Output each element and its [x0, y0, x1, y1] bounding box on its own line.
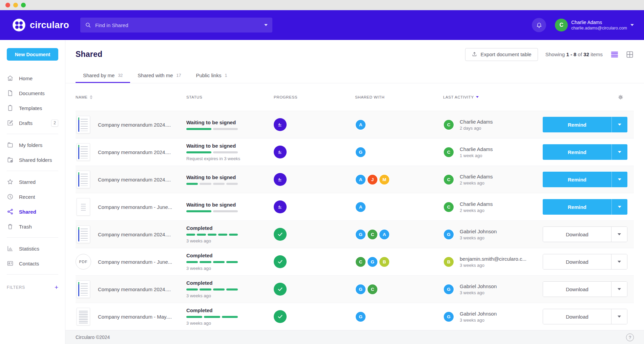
new-document-button[interactable]: New Document [7, 48, 58, 61]
download-button[interactable]: Download [543, 254, 611, 269]
download-button[interactable]: Download [543, 227, 611, 242]
activity-time: 3 weeks ago [460, 290, 497, 295]
action-dropdown-button[interactable] [611, 309, 627, 324]
signature-pending-icon [274, 173, 287, 186]
column-header-name[interactable]: NAME [76, 95, 186, 99]
action-dropdown-button[interactable] [611, 227, 627, 242]
action-dropdown-button[interactable] [611, 282, 627, 297]
user-menu[interactable]: C Charlie Adams charlie.adams@circularo.… [555, 19, 634, 31]
document-name[interactable]: Company memorandum 2024.... [98, 177, 171, 182]
document-name[interactable]: Company memorandum - June... [98, 259, 172, 265]
progress-segment [229, 234, 238, 236]
document-thumbnail [77, 308, 90, 325]
tab-shared-with-me[interactable]: Shared with me17 [130, 69, 188, 83]
sidebar-divider [7, 134, 58, 134]
sidebar-item-templates[interactable]: Templates [7, 101, 58, 115]
progress-segment [218, 234, 227, 236]
download-button[interactable]: Download [543, 309, 611, 324]
activity-avatar: G [443, 229, 454, 240]
shared-with-avatar: B [379, 256, 390, 267]
column-header-last-activity[interactable]: LAST ACTIVITY [443, 95, 543, 99]
status-label: Waiting to be signed [186, 120, 274, 125]
grid-view-toggle[interactable] [626, 50, 634, 59]
window-close-button[interactable] [5, 3, 10, 7]
status-label: Completed [186, 225, 274, 231]
sidebar-item-home[interactable]: Home [7, 71, 58, 86]
sidebar-item-starred[interactable]: Starred [7, 174, 58, 189]
sidebar-item-recent[interactable]: Recent [7, 189, 58, 204]
remind-button[interactable]: Remind [543, 144, 611, 160]
search-input[interactable] [95, 22, 260, 28]
brand-logo[interactable]: circularo [12, 18, 80, 32]
shared-with-avatar: C [355, 256, 366, 267]
shared-with-avatars: GC [355, 284, 443, 295]
shared-with-avatar: A [355, 201, 366, 213]
progress-segment [213, 210, 238, 212]
sidebar-item-label: Templates [19, 105, 42, 111]
sidebar-item-shared[interactable]: Shared [7, 204, 58, 219]
sidebar-item-trash[interactable]: Trash [7, 219, 58, 234]
tab-count: 32 [118, 73, 123, 78]
window-minimize-button[interactable] [13, 3, 18, 7]
activity-time: 3 weeks ago [460, 263, 526, 268]
sidebar-item-label: My folders [19, 142, 42, 148]
sidebar-item-shared-folders[interactable]: Shared folders [7, 152, 58, 167]
add-filter-button[interactable]: + [55, 284, 58, 291]
shared-with-avatar: G [355, 229, 366, 240]
shared-with-avatar: C [367, 229, 378, 240]
activity-time: 2 weeks ago [460, 208, 493, 213]
progress-segment [222, 316, 238, 318]
user-avatar: C [555, 19, 568, 31]
sidebar-item-my-folders[interactable]: My folders [7, 137, 58, 152]
caret-down-icon [618, 124, 621, 126]
remind-button[interactable]: Remind [543, 172, 611, 187]
progress-bar [186, 316, 238, 318]
sidebar-item-label: Contacts [19, 261, 39, 266]
tab-shared-by-me[interactable]: Shared by me32 [76, 69, 130, 83]
search-bar[interactable] [80, 18, 272, 33]
document-name[interactable]: Company memorandum - June... [98, 204, 172, 210]
sidebar-item-label: Trash [19, 224, 32, 230]
download-button[interactable]: Download [543, 282, 611, 297]
list-view-toggle[interactable] [610, 51, 619, 58]
sidebar-item-drafts[interactable]: Drafts2 [7, 115, 58, 130]
action-dropdown-button[interactable] [611, 199, 627, 215]
remind-button[interactable]: Remind [543, 117, 611, 132]
signature-pending-icon [274, 200, 287, 213]
document-thumbnail [77, 116, 90, 133]
window-zoom-button[interactable] [21, 3, 26, 7]
search-scope-caret-icon[interactable] [264, 24, 268, 26]
tab-public-links[interactable]: Public links1 [188, 69, 234, 83]
document-name[interactable]: Company memorandum - May.... [98, 314, 172, 320]
progress-segment [208, 234, 216, 236]
notifications-button[interactable] [532, 18, 546, 32]
star-icon [7, 178, 14, 185]
action-dropdown-button[interactable] [611, 144, 627, 160]
shared-with-avatars: A [355, 119, 443, 130]
progress-segment [213, 183, 225, 185]
action-dropdown-button[interactable] [611, 117, 627, 132]
table-settings-gear-icon[interactable] [618, 94, 624, 100]
download-split-button: Download [543, 309, 627, 324]
activity-avatar: C [443, 119, 454, 130]
status-label: Waiting to be signed [186, 174, 274, 180]
action-dropdown-button[interactable] [611, 172, 627, 187]
document-name[interactable]: Company memorandum 2024.... [98, 149, 171, 155]
document-thumbnail [77, 198, 90, 216]
document-name[interactable]: Company memorandum 2024.... [98, 122, 171, 128]
help-button[interactable]: ? [626, 334, 634, 341]
sidebar-item-documents[interactable]: Documents [7, 86, 58, 101]
document-name[interactable]: Company memorandum 2024.... [98, 232, 171, 237]
sidebar-item-contacts[interactable]: Contacts [7, 256, 58, 271]
export-document-table-button[interactable]: Export document table [465, 48, 538, 61]
progress-segment [186, 234, 195, 236]
progress-segment [200, 261, 211, 263]
action-dropdown-button[interactable] [611, 254, 627, 269]
progress-segment [213, 151, 238, 153]
search-icon [85, 22, 91, 28]
completed-check-icon [274, 255, 287, 268]
remind-button[interactable]: Remind [543, 199, 611, 215]
document-name[interactable]: Company memorandum 2024.... [98, 286, 171, 292]
user-name: Charlie Adams [571, 20, 627, 25]
sidebar-item-statistics[interactable]: Statistics [7, 241, 58, 256]
